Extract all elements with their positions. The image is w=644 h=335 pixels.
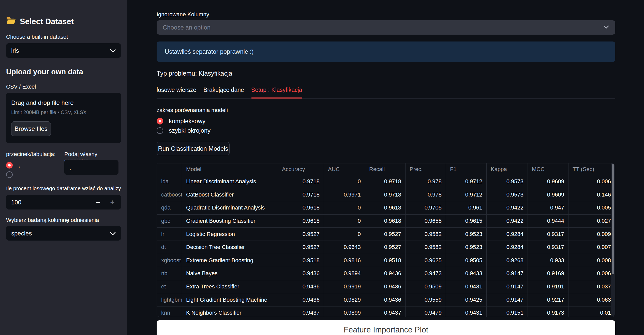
scope-label: zakres porównanania modeli: [157, 107, 615, 114]
custom-separator-input[interactable]: ,: [64, 160, 118, 175]
tab-losowe-wiersze[interactable]: losowe wiersze: [157, 87, 196, 98]
scope-option-kompleksowy[interactable]: kompleksowy: [157, 118, 205, 125]
table-row[interactable]: knnK Neighbors Classifier0.94370.98990.9…: [157, 306, 615, 317]
metric-cell: 0.9169: [528, 267, 568, 280]
metric-cell: 0.961: [446, 201, 487, 215]
metric-cell: 0.006: [568, 267, 615, 280]
metric-cell: 0.9436: [278, 280, 324, 293]
table-row[interactable]: ldaLinear Discriminant Analysis0.971800.…: [157, 175, 615, 188]
metric-cell: 0.9573: [487, 188, 528, 201]
table-row[interactable]: catboostCatBoost Classifier0.97180.99710…: [157, 188, 615, 201]
model-name-cell: Naive Bayes: [182, 267, 278, 280]
ignored-columns-placeholder: Choose an option: [163, 24, 603, 31]
metric-cell: 0.9718: [278, 188, 324, 201]
metric-cell: 0.9191: [528, 280, 568, 293]
table-row[interactable]: lrLogistic Regression0.952700.95270.9582…: [157, 228, 615, 241]
ignored-columns-select[interactable]: Choose an option: [157, 20, 615, 35]
table-column-header: Recall: [365, 163, 406, 175]
table-scrollbar-track[interactable]: [611, 163, 615, 316]
scope-option-kompleksowy-label: kompleksowy: [169, 118, 205, 125]
metric-cell: 0.007: [568, 241, 615, 254]
metric-cell: 0.9582: [406, 241, 446, 254]
run-models-button[interactable]: Run Classification Models: [157, 142, 230, 155]
increment-button[interactable]: +: [105, 198, 119, 207]
tab-brakujace-dane[interactable]: Brakujące dane: [203, 87, 244, 98]
metric-cell: 0.9268: [487, 254, 528, 267]
open-folder-icon: [6, 16, 16, 27]
model-name-cell: Extra Trees Classifier: [182, 280, 278, 293]
ignored-columns-label: Ignorowane Kolumny: [157, 11, 615, 18]
metric-cell: 0.9147: [487, 267, 528, 280]
metric-cell: 0.9523: [446, 241, 487, 254]
metric-cell: 0.9444: [528, 214, 568, 228]
results-table: ModelAccuracyAUCRecallPrec.F1KappaMCCTT …: [157, 163, 615, 317]
feature-importance-title: Feature Importance Plot: [157, 325, 615, 334]
target-column-select[interactable]: species: [6, 226, 121, 241]
sidebar-title-text: Select Dataset: [20, 17, 74, 26]
model-name-cell: K Neighbors Classifier: [182, 306, 278, 317]
table-row[interactable]: dtDecision Tree Classifier0.95270.96430.…: [157, 241, 615, 254]
percent-number-input[interactable]: 100 − +: [6, 195, 121, 210]
target-column-label: Wybierz badaną kolumnę odniesienia: [6, 217, 121, 224]
metric-cell: 0.9479: [406, 306, 446, 317]
table-row[interactable]: etExtra Trees Classifier0.94360.99190.94…: [157, 280, 615, 293]
metric-cell: 0.9643: [324, 241, 365, 254]
metric-cell: 0.9609: [528, 175, 568, 188]
table-header-row: ModelAccuracyAUCRecallPrec.F1KappaMCCTT …: [157, 163, 615, 175]
table-column-header: Prec.: [406, 163, 446, 175]
row-index: et: [157, 280, 182, 293]
dropzone-limit: Limit 200MB per file • CSV, XLSX: [11, 109, 116, 115]
table-row[interactable]: nbNaive Bayes0.94360.98940.94360.94730.9…: [157, 267, 615, 280]
metric-cell: 0.9582: [406, 228, 446, 241]
table-row[interactable]: gbcGradient Boosting Classifier0.961800.…: [157, 214, 615, 228]
scope-option-szybki[interactable]: szybki okrojony: [157, 127, 211, 134]
metric-cell: 0.009: [568, 228, 615, 241]
tab-bar: losowe wiersze Brakujące dane Setup : Kl…: [157, 87, 615, 99]
metric-cell: 0.9718: [365, 188, 406, 201]
sidebar-title: Select Dataset: [6, 16, 121, 27]
metric-cell: 0.9284: [487, 228, 528, 241]
builtin-dataset-select[interactable]: iris: [6, 43, 121, 58]
metric-cell: 0.9705: [406, 201, 446, 215]
decrement-button[interactable]: −: [91, 198, 105, 207]
table-column-header: AUC: [324, 163, 365, 175]
row-index: gbc: [157, 214, 182, 228]
metric-cell: 0.037: [568, 280, 615, 293]
metric-cell: 0.9618: [278, 201, 324, 215]
metric-cell: 0.9437: [365, 306, 406, 317]
metric-cell: 0.9625: [406, 254, 446, 267]
metric-cell: 0.9718: [278, 175, 324, 188]
separator-option-comma[interactable]: ,: [6, 162, 20, 169]
table-row[interactable]: qdaQuadratic Discriminant Analysis0.9618…: [157, 201, 615, 215]
builtin-dataset-value: iris: [11, 47, 110, 54]
row-index: xgboost: [157, 254, 182, 267]
table-column-header: Model: [182, 163, 278, 175]
metric-cell: 0.9473: [406, 267, 446, 280]
table-scrollbar-thumb[interactable]: [612, 164, 614, 274]
table-row[interactable]: xgboostExtreme Gradient Boosting0.95180.…: [157, 254, 615, 267]
tab-setup-klasyfikacja[interactable]: Setup : Klasyfikacja: [251, 87, 302, 98]
main-content: Ignorowane Kolumny Choose an option Usta…: [127, 0, 644, 335]
metric-cell: 0.9433: [446, 267, 487, 280]
separator-radio-label: przecinek/tabulacja:: [6, 151, 62, 158]
separator-option-tab[interactable]: [6, 171, 18, 178]
table-row[interactable]: lightgbmLight Gradient Boosting Machine0…: [157, 293, 615, 306]
metric-cell: 0.9436: [278, 267, 324, 280]
metric-cell: 0.9816: [324, 254, 365, 267]
file-dropzone[interactable]: Drag and drop file here Limit 200MB per …: [6, 93, 121, 143]
metric-cell: 0.9436: [365, 280, 406, 293]
metric-cell: 0: [324, 214, 365, 228]
browse-files-button[interactable]: Browse files: [11, 121, 51, 136]
metric-cell: 0.9899: [324, 306, 365, 317]
metric-cell: 0.9523: [446, 228, 487, 241]
table-column-header: F1: [446, 163, 487, 175]
target-column-value: species: [11, 230, 110, 237]
metric-cell: 0.9509: [406, 280, 446, 293]
metric-cell: 0.9422: [487, 201, 528, 215]
metric-cell: 0.9436: [365, 267, 406, 280]
table-column-header: Kappa: [487, 163, 528, 175]
metric-cell: 0.006: [568, 175, 615, 188]
metric-cell: 0.9712: [446, 188, 487, 201]
info-banner-text: Ustawiłeś separator poprawnie :): [165, 48, 254, 55]
sidebar: Select Dataset Choose a built-in dataset…: [0, 0, 127, 335]
